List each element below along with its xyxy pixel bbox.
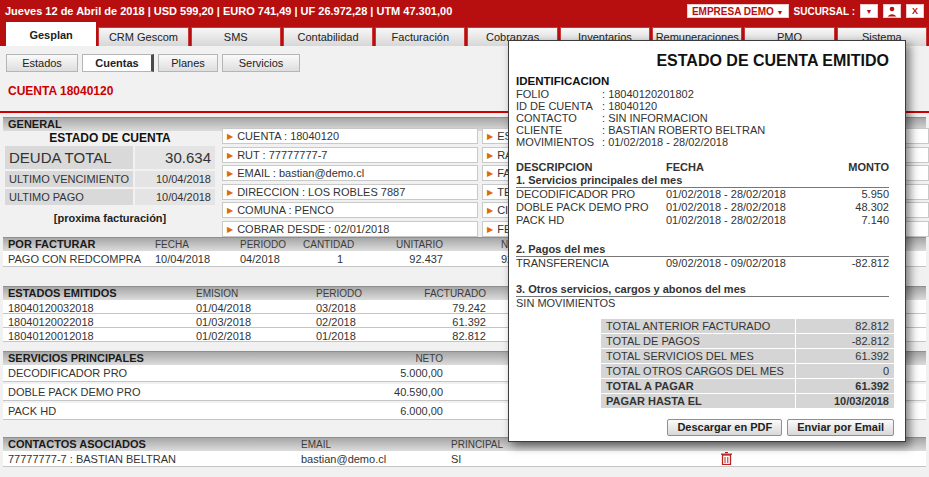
ident-cliente: CLIENTEBASTIAN ROBERTO BELTRAN [516, 124, 889, 136]
ident-id-cuenta: ID DE CUENTA18040120 [516, 100, 889, 112]
ident-label: FOLIO [516, 88, 602, 100]
sp-name: DOBLE PACK DEMO PRO [8, 386, 140, 398]
sp-neto: 40.590,00 [363, 386, 443, 398]
bullet-arrow-icon: ▶ [227, 225, 233, 234]
trash-icon[interactable] [721, 452, 732, 467]
sp-neto: 5.000,00 [363, 367, 443, 379]
detail-row: TRANSFERENCIA 09/02/2018 - 09/02/2018 -8… [516, 257, 889, 270]
date-currency-info: Jueves 12 de Abril de 2018 | USD 599,20 … [5, 5, 452, 17]
pf-descripcion: PAGO CON REDCOMPRA [8, 253, 141, 265]
total-row: TOTAL OTROS CARGOS DEL MES0 [601, 364, 894, 378]
col-periodo: PERIODO [316, 287, 362, 300]
ee-facturado: 79.242 [413, 302, 486, 314]
tab-contabilidad[interactable]: Contabilidad [283, 27, 373, 46]
ident-value: BASTIAN ROBERTO BELTRAN [602, 124, 765, 136]
pf-fecha: 10/04/2018 [155, 253, 210, 265]
total-label: TOTAL OTROS CARGOS DEL MES [601, 364, 795, 378]
field-cobrar-desde: ▶COBRAR DESDE : 02/01/2018 [222, 221, 478, 237]
tab-crm-gescom[interactable]: CRM Gescom [98, 27, 188, 46]
user-icon[interactable] [883, 4, 901, 18]
sucursal-dropdown[interactable]: ▼ [860, 4, 878, 18]
pf-cantidad: 1 [303, 253, 343, 265]
total-value: 10/03/2018 [796, 394, 894, 408]
detail-row: DECODIFICADOR PRO 01/02/2018 - 28/02/201… [516, 188, 889, 201]
subtab-cuentas[interactable]: Cuentas [82, 54, 154, 72]
ident-value: 01/02/2018 - 28/02/2018 [602, 136, 728, 148]
ee-emision: 01/02/2018 [196, 330, 251, 342]
ee-folio: 18040120012018 [8, 330, 94, 342]
sin-movimientos-text: SIN MOVIMIENTOS [516, 297, 615, 309]
sub-tab-bar: Estados Cuentas Planes Servicios [6, 54, 300, 72]
empresa-dropdown[interactable]: EMPRESA DEMO ▼ [687, 4, 789, 18]
descargar-pdf-button[interactable]: Descargar en PDF [667, 419, 782, 436]
group-servicios-title: 1. Servicios principales del mes [516, 174, 889, 188]
bullet-arrow-icon: ▶ [487, 151, 493, 160]
col-emision: EMISION [196, 287, 238, 300]
bullet-arrow-icon: ▶ [227, 169, 233, 178]
group-otros-title: 3. Otros servicios, cargos y abonos del … [516, 283, 889, 297]
detail-monto: 5.950 [861, 188, 889, 201]
ident-label: MOVIMIENTOS [516, 136, 602, 148]
field-comuna: ▶COMUNA : PENCO [222, 202, 478, 218]
detail-fecha: 01/02/2018 - 28/02/2018 [666, 201, 786, 214]
section-estados-emitidos-label: ESTADOS EMITIDOS [8, 287, 117, 300]
ee-emision: 01/04/2018 [196, 302, 251, 314]
col-facturado: FACTURADO [413, 287, 486, 300]
ee-folio: 18040120032018 [8, 302, 94, 314]
section-contactos-asociados-label: CONTACTOS ASOCIADOS [8, 438, 146, 451]
total-value: -82.812 [796, 334, 894, 348]
contacto-email: bastian@demo.cl [301, 453, 386, 465]
ee-folio: 18040120022018 [8, 316, 94, 328]
field-rut: ▶RUT : 77777777-7 [222, 147, 478, 163]
enviar-email-button[interactable]: Enviar por Email [787, 419, 894, 436]
detail-fecha: 09/02/2018 - 09/02/2018 [666, 257, 786, 270]
contacto-principal: SI [451, 453, 461, 465]
page-title: CUENTA 18040120 [8, 84, 113, 98]
ident-movimientos: MOVIMIENTOS01/02/2018 - 28/02/2018 [516, 136, 889, 148]
ident-value: 18040120 [602, 100, 657, 112]
field-email-text: EMAIL : bastian@demo.cl [237, 167, 364, 179]
total-row: TOTAL ANTERIOR FACTURADO82.812 [601, 319, 894, 333]
detail-row: DOBLE PACK DEMO PRO 01/02/2018 - 28/02/2… [516, 201, 889, 214]
detail-row-empty: SIN MOVIMIENTOS [516, 297, 889, 310]
subtab-estados[interactable]: Estados [6, 54, 78, 72]
section-por-facturar-label: POR FACTURAR [8, 238, 95, 251]
tab-sms[interactable]: SMS [191, 27, 281, 46]
ee-facturado: 61.392 [413, 316, 486, 328]
tab-gesplan[interactable]: Gesplan [6, 22, 96, 46]
ident-value: 18040120201802 [602, 88, 694, 100]
identificacion-heading: IDENTIFICACION [516, 75, 609, 87]
sucursal-label: SUCURSAL : [794, 6, 855, 17]
proxima-facturacion-link[interactable]: [proxima facturación] [5, 212, 215, 224]
close-icon[interactable]: X [906, 4, 924, 18]
detail-monto: 7.140 [861, 214, 889, 227]
ultimo-vencimiento-label: ULTIMO VENCIMIENTO [5, 171, 133, 187]
bullet-arrow-icon: ▶ [227, 151, 233, 160]
total-a-pagar-row: TOTAL A PAGAR61.392 [601, 379, 894, 393]
section-general-label: GENERAL [8, 118, 62, 131]
tab-facturacion[interactable]: Facturación [375, 27, 465, 46]
pagar-hasta-row: PAGAR HASTA EL10/03/2018 [601, 394, 894, 408]
total-label: TOTAL DE PAGOS [601, 334, 795, 348]
field-cuenta: ▶CUENTA : 18040120 [222, 128, 478, 144]
ee-periodo: 03/2018 [316, 302, 356, 314]
ident-label: CONTACTO [516, 112, 602, 124]
col-periodo: PERIODO [240, 238, 286, 251]
ident-label: CLIENTE [516, 124, 602, 136]
col-fecha: FECHA [155, 238, 189, 251]
col-cantidad: CANTIDAD [303, 238, 351, 251]
subtab-planes[interactable]: Planes [158, 54, 218, 72]
estado-cuenta-emitido-dialog: ESTADO DE CUENTA EMITIDO IDENTIFICACION … [508, 40, 906, 442]
col-fecha: FECHA [666, 161, 704, 173]
bullet-arrow-icon: ▶ [227, 188, 233, 197]
col-unitario: UNITARIO [383, 238, 443, 251]
total-label: TOTAL A PAGAR [601, 379, 795, 393]
section-servicios-principales-label: SERVICIOS PRINCIPALES [8, 352, 144, 365]
chevron-down-icon: ▼ [777, 9, 784, 16]
ultimo-pago-label: ULTIMO PAGO [5, 189, 133, 205]
bullet-arrow-icon: ▶ [487, 132, 493, 141]
bullet-arrow-icon: ▶ [487, 169, 493, 178]
subtab-servicios[interactable]: Servicios [222, 54, 300, 72]
field-rut-text: RUT : 77777777-7 [237, 149, 327, 161]
estado-cuenta-title: ESTADO DE CUENTA [5, 131, 215, 145]
